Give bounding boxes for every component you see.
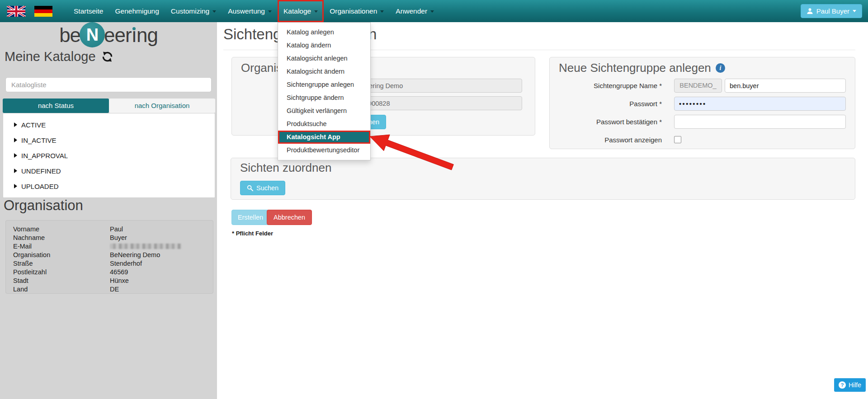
org-row-strasse: Straße Stenderhof — [6, 259, 213, 268]
menu-item-produktbewertungseditor[interactable]: Produktbewertungseditor — [278, 144, 370, 157]
assign-panel-heading: Sichten zuordnen — [240, 161, 331, 175]
button-label: Suchen — [256, 184, 278, 192]
status-item-undefined[interactable]: UNDEFINED — [3, 163, 215, 178]
status-item-in-approval[interactable]: IN_APPROVAL — [3, 148, 215, 163]
search-icon — [247, 185, 253, 191]
status-label: IN_APPROVAL — [21, 152, 68, 160]
sidebar: beNeerıng Meine Kataloge nach Status nac… — [0, 22, 217, 399]
org-name-field — [348, 79, 522, 93]
nav-item-label: Auswertung — [228, 7, 265, 15]
user-icon — [807, 8, 813, 14]
org-row-stadt: Stadt Hünxe — [6, 276, 213, 285]
organisation-heading: Organisation — [4, 197, 83, 214]
org-row-organisation: Organisation BeNeering Demo — [6, 250, 213, 259]
erstellen-button[interactable]: Erstellen — [231, 210, 269, 225]
catalog-status-list: ACTIVE IN_ACTIVE IN_APPROVAL UNDEFINED U… — [3, 113, 215, 198]
status-item-active[interactable]: ACTIVE — [3, 117, 215, 132]
password-confirm-label: Passwort bestätigen * — [553, 115, 662, 129]
password-confirm-input[interactable] — [674, 115, 846, 129]
nav-item-kataloge[interactable]: Kataloge Katalog anlegen Katalog ändern … — [278, 0, 324, 22]
kataloge-dropdown-menu: Katalog anlegen Katalog ändern Katalogsi… — [278, 22, 371, 160]
status-item-uploaded[interactable]: UPLOADED — [3, 178, 215, 194]
logo-n-circle: N — [80, 22, 105, 47]
chevron-down-icon — [853, 10, 856, 12]
organisation-info-panel: Vorname Paul Nachname Buyer E-Mail Organ… — [5, 220, 213, 294]
create-panel-heading: Neue Sichtengruppe anlegen i — [559, 61, 725, 75]
status-label: UPLOADED — [21, 183, 59, 190]
show-password-checkbox[interactable] — [674, 136, 681, 143]
chevron-down-icon — [212, 10, 216, 13]
user-menu-button[interactable]: Paul Buyer — [801, 4, 862, 18]
button-label: Hilfe — [849, 381, 861, 389]
nav-menu: Startseite Genehmigung Customizing Auswe… — [68, 0, 868, 22]
logo-i: ı — [132, 24, 137, 47]
status-label: IN_ACTIVE — [21, 136, 57, 144]
org-row-email: E-Mail — [6, 242, 213, 250]
org-row-nachname: Nachname Buyer — [6, 233, 213, 242]
organisation-search-panel: Organisation Suchen — [231, 57, 535, 136]
nav-item-label: Kataloge — [283, 7, 311, 15]
logo-text: be — [59, 24, 80, 46]
create-sichtengruppe-panel: Neue Sichtengruppe anlegen i Sichtengrup… — [549, 57, 855, 149]
sichten-search-button[interactable]: Suchen — [240, 181, 285, 195]
expand-triangle-icon — [14, 138, 17, 142]
nav-item-auswertung[interactable]: Auswertung — [222, 0, 278, 22]
nav-item-label: Startseite — [74, 7, 103, 15]
status-label: ACTIVE — [21, 121, 46, 129]
logo-text: ng — [137, 24, 158, 46]
status-item-in-active[interactable]: IN_ACTIVE — [3, 132, 215, 148]
nav-item-anwender[interactable]: Anwender — [390, 0, 440, 22]
abbrechen-button[interactable]: Abbrechen — [267, 210, 312, 225]
nav-item-label: Genehmigung — [115, 7, 159, 15]
required-fields-note: * Pflicht Felder — [232, 230, 273, 237]
expand-triangle-icon — [14, 122, 17, 127]
user-name-label: Paul Buyer — [816, 7, 849, 15]
menu-item-katalogsicht-anlegen[interactable]: Katalogsicht anlegen — [278, 52, 370, 65]
beneering-logo: beNeerıng — [0, 24, 217, 49]
password-label: Passwort * — [553, 97, 662, 111]
menu-item-sichtgruppe-aendern[interactable]: Sichtgruppe ändern — [278, 91, 370, 104]
refresh-icon[interactable] — [102, 51, 113, 62]
expand-triangle-icon — [14, 169, 17, 173]
sichten-zuordnen-panel: Sichten zuordnen Suchen — [231, 158, 855, 200]
nav-item-label: Anwender — [396, 7, 427, 15]
logo-i-dot — [132, 27, 136, 30]
menu-item-produktsuche[interactable]: Produktsuche — [278, 117, 370, 131]
tab-nach-organisation[interactable]: nach Organisation — [109, 99, 215, 113]
nav-item-label: Organisationen — [330, 7, 377, 15]
show-password-label: Passwort anzeigen — [553, 133, 662, 147]
hilfe-button[interactable]: ? Hilfe — [834, 378, 866, 392]
nav-item-organisationen[interactable]: Organisationen — [324, 0, 390, 22]
redacted-email-value — [110, 244, 181, 249]
nav-item-startseite[interactable]: Startseite — [68, 0, 109, 22]
catalog-list-search-input[interactable] — [5, 77, 212, 92]
question-icon: ? — [839, 381, 846, 389]
sichtengruppe-name-input[interactable] — [725, 79, 846, 93]
menu-item-katalogsicht-app[interactable]: Katalogsicht App — [278, 131, 370, 144]
uk-flag-icon[interactable] — [6, 6, 26, 17]
menu-item-gueltigkeit-verlaengern[interactable]: Gültigkeit verlängern — [278, 104, 370, 117]
org-row-land: Land DE — [6, 285, 213, 293]
org-row-vorname: Vorname Paul — [6, 225, 213, 233]
org-id-field — [348, 96, 522, 110]
menu-item-katalog-anlegen[interactable]: Katalog anlegen — [278, 26, 370, 39]
menu-item-sichtengruppe-anlegen[interactable]: Sichtengruppe anlegen — [278, 78, 370, 91]
info-icon[interactable]: i — [716, 63, 725, 73]
status-label: UNDEFINED — [21, 167, 61, 175]
password-input[interactable] — [674, 97, 846, 111]
chevron-down-icon — [430, 10, 434, 13]
nav-item-genehmigung[interactable]: Genehmigung — [109, 0, 165, 22]
menu-item-katalog-aendern[interactable]: Katalog ändern — [278, 39, 370, 52]
org-row-postleitzahl: Postleitzahl 46569 — [6, 268, 213, 276]
top-navbar: Startseite Genehmigung Customizing Auswe… — [0, 0, 868, 22]
chevron-down-icon — [380, 10, 384, 13]
language-switcher — [6, 6, 53, 17]
nav-item-customizing[interactable]: Customizing — [165, 0, 222, 22]
tab-nach-status[interactable]: nach Status — [3, 99, 109, 113]
name-label: Sichtengruppe Name * — [553, 79, 662, 93]
name-prefix-field: BENDEMO_ — [674, 79, 722, 93]
menu-item-katalogsicht-aendern[interactable]: Katalogsicht ändern — [278, 65, 370, 78]
chevron-down-icon — [314, 10, 318, 13]
chevron-down-icon — [268, 10, 272, 13]
de-flag-icon[interactable] — [33, 6, 53, 17]
